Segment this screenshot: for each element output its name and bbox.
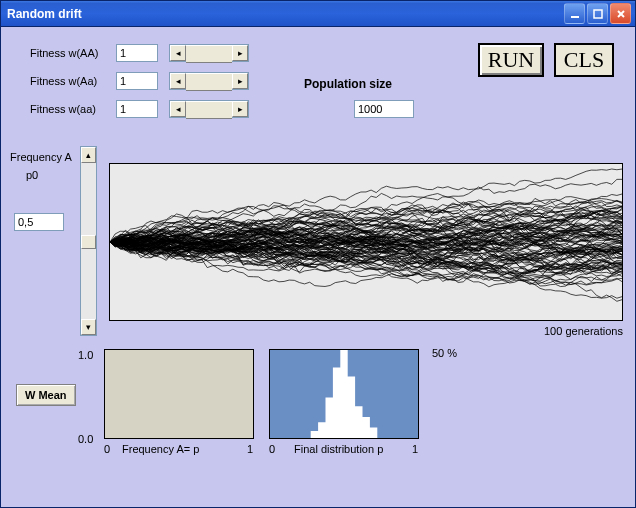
svg-rect-1 [594, 10, 602, 18]
slider-thumb[interactable] [81, 235, 96, 249]
run-button[interactable]: RUN [478, 43, 544, 77]
stepper-right-icon[interactable]: ▸ [232, 101, 248, 117]
fitness-waa-input[interactable] [116, 100, 158, 118]
population-size-input[interactable] [354, 100, 414, 118]
stepper-left-icon[interactable]: ◂ [170, 73, 186, 89]
maximize-button[interactable] [587, 3, 608, 24]
final-dist-plot [269, 349, 419, 439]
right-plot-side-percent: 50 % [432, 347, 457, 359]
cls-button[interactable]: CLS [554, 43, 614, 77]
wmean-button[interactable]: W Mean [16, 384, 76, 406]
fitness-wAa-input[interactable] [116, 72, 158, 90]
frequencyA-slider[interactable]: ▴ ▾ [80, 146, 97, 336]
frequencyA-p0-input[interactable] [14, 213, 64, 231]
stepper-right-icon[interactable]: ▸ [232, 45, 248, 61]
close-button[interactable] [610, 3, 631, 24]
left-plot-xright: 1 [247, 443, 253, 455]
svg-rect-0 [571, 16, 579, 18]
right-plot-xleft: 0 [269, 443, 275, 455]
fitness-wAa-label: Fitness w(Aa) [30, 75, 97, 87]
fitness-wAa-stepper[interactable]: ◂ ▸ [169, 72, 249, 90]
wmean-plot [104, 349, 254, 439]
minimize-button[interactable] [564, 3, 585, 24]
population-size-label: Population size [304, 77, 392, 91]
window-title: Random drift [7, 7, 564, 21]
left-plot-caption: Frequency A= p [122, 443, 199, 455]
client-area: RUN CLS Fitness w(AA) ◂ ▸ Fitness w(Aa) … [4, 27, 632, 504]
drift-plot-caption: 100 generations [544, 325, 623, 337]
drift-plot [109, 163, 623, 321]
stepper-right-icon[interactable]: ▸ [232, 73, 248, 89]
final-dist-bars [270, 350, 418, 438]
left-plot-ybot: 0.0 [78, 433, 93, 445]
right-plot-caption: Final distribution p [294, 443, 383, 455]
frequencyA-label-1: Frequency A [10, 151, 72, 163]
slider-track[interactable] [81, 163, 96, 319]
fitness-wAA-stepper[interactable]: ◂ ▸ [169, 44, 249, 62]
right-plot-xright: 1 [412, 443, 418, 455]
app-window: Random drift RUN CLS Fitness w(AA) ◂ ▸ F… [0, 0, 636, 508]
stepper-track[interactable] [186, 45, 232, 63]
stepper-left-icon[interactable]: ◂ [170, 45, 186, 61]
frequencyA-label-2: p0 [26, 169, 38, 181]
fitness-wAA-input[interactable] [116, 44, 158, 62]
chevron-down-icon[interactable]: ▾ [81, 319, 96, 335]
left-plot-xleft: 0 [104, 443, 110, 455]
fitness-wAA-label: Fitness w(AA) [30, 47, 98, 59]
stepper-track[interactable] [186, 73, 232, 91]
fitness-waa-label: Fitness w(aa) [30, 103, 96, 115]
fitness-waa-stepper[interactable]: ◂ ▸ [169, 100, 249, 118]
stepper-track[interactable] [186, 101, 232, 119]
left-plot-ytop: 1.0 [78, 349, 93, 361]
drift-lines [110, 164, 622, 320]
stepper-left-icon[interactable]: ◂ [170, 101, 186, 117]
chevron-up-icon[interactable]: ▴ [81, 147, 96, 163]
window-controls [564, 3, 631, 24]
titlebar: Random drift [1, 1, 635, 27]
